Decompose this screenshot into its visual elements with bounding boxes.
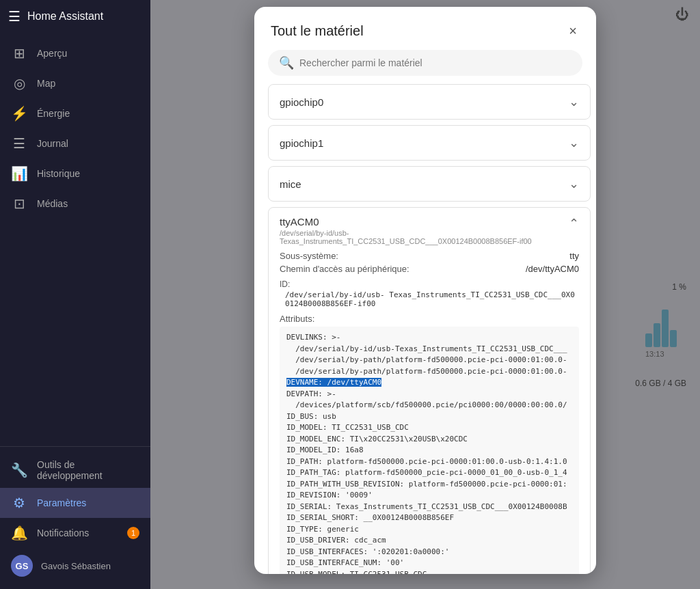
access-path-row: Chemin d'accès au périphérique: /dev/tty… — [280, 264, 579, 274]
chevron-down-icon: ⌄ — [569, 176, 579, 191]
map-icon: ◎ — [11, 75, 27, 92]
chevron-down-icon: ⌄ — [569, 94, 579, 109]
sidebar-item-historique[interactable]: 📊 Historique — [0, 159, 150, 189]
dialog: Tout le matériel × 🔍 gpiochip0 ⌄ — [254, 7, 596, 574]
dialog-overlay[interactable]: Tout le matériel × 🔍 gpiochip0 ⌄ — [150, 0, 700, 589]
device-path: /dev/serial/by-id/usb-Texas_Instruments_… — [280, 229, 569, 245]
accordion-header-gpiochip0[interactable]: gpiochip0 ⌄ — [269, 85, 590, 119]
medias-icon: ⊡ — [11, 195, 27, 212]
sidebar-bottom: 🔧 Outils de développement ⚙ Paramètres 🔔… — [0, 446, 150, 589]
chevron-down-icon: ⌄ — [569, 135, 579, 150]
accordion-header-mice[interactable]: mice ⌄ — [269, 167, 590, 201]
sidebar-item-energie[interactable]: ⚡ Énergie — [0, 98, 150, 128]
bell-icon: 🔔 — [11, 525, 27, 541]
historique-icon: 📊 — [11, 165, 27, 182]
search-input[interactable] — [299, 57, 571, 68]
accordion-header-gpiochip1[interactable]: gpiochip1 ⌄ — [269, 126, 590, 160]
accordion-item-mice: mice ⌄ — [268, 166, 591, 202]
tools-icon: 🔧 — [11, 462, 27, 478]
accordion-item-gpiochip0: gpiochip0 ⌄ — [268, 84, 591, 120]
apercu-icon: ⊞ — [11, 45, 27, 61]
device-info: ttyACM0 /dev/serial/by-id/usb-Texas_Inst… — [280, 216, 569, 245]
sidebar-item-journal[interactable]: ☰ Journal — [0, 128, 150, 159]
sidebar-item-parametres[interactable]: ⚙ Paramètres — [0, 488, 150, 518]
dialog-close-button[interactable]: × — [566, 20, 580, 42]
device-id-section: ID: /dev/serial/by-id/usb- Texas_Instrum… — [280, 279, 579, 308]
search-icon: 🔍 — [279, 55, 294, 70]
avatar: GS — [11, 555, 33, 577]
energie-icon: ⚡ — [11, 105, 27, 122]
attributes-label: Attributs: — [280, 314, 579, 324]
highlighted-devname: DEVNAME: /dev/ttyACM0 — [286, 378, 381, 387]
device-name: ttyACM0 — [280, 216, 569, 228]
user-section[interactable]: GS Gavois Sébastien — [0, 548, 150, 584]
sidebar-item-medias[interactable]: ⊡ Médias — [0, 189, 150, 219]
sidebar-item-apercu[interactable]: ⊞ Aperçu — [0, 38, 150, 68]
device-ttyacm0: ttyACM0 /dev/serial/by-id/usb-Texas_Inst… — [268, 207, 591, 574]
accordion-item-gpiochip1: gpiochip1 ⌄ — [268, 125, 591, 161]
settings-icon: ⚙ — [11, 495, 27, 511]
dialog-body[interactable]: gpiochip0 ⌄ gpiochip1 ⌄ mice ⌄ — [254, 84, 596, 574]
journal-icon: ☰ — [11, 135, 27, 152]
device-details: Sous-système: tty Chemin d'accès au péri… — [269, 251, 590, 574]
menu-icon[interactable]: ☰ — [8, 8, 21, 25]
dialog-header: Tout le matériel × — [254, 7, 596, 50]
sidebar-nav: ⊞ Aperçu ◎ Map ⚡ Énergie ☰ Journal 📊 His… — [0, 33, 150, 446]
device-header-ttyacm0[interactable]: ttyACM0 /dev/serial/by-id/usb-Texas_Inst… — [269, 208, 590, 251]
sidebar: ☰ Home Assistant ⊞ Aperçu ◎ Map ⚡ Énergi… — [0, 0, 150, 589]
user-name: Gavois Sébastien — [41, 561, 111, 571]
notification-badge: 1 — [127, 527, 139, 539]
app-title: Home Assistant — [27, 10, 103, 23]
sidebar-item-notifications[interactable]: 🔔 Notifications 1 — [0, 518, 150, 548]
dialog-title: Tout le matériel — [271, 23, 364, 39]
sidebar-item-map[interactable]: ◎ Map — [0, 68, 150, 98]
chevron-up-icon: ⌃ — [569, 216, 579, 231]
device-id-value: /dev/serial/by-id/usb- Texas_Instruments… — [280, 290, 579, 308]
attributes-code-block[interactable]: DEVLINKS: >- /dev/serial/by-id/usb-Texas… — [280, 327, 579, 574]
main-content: ← 1 % 13:13 0.6 GB / 4 GB ⏻ — [150, 0, 700, 589]
sidebar-item-outils[interactable]: 🔧 Outils de développement — [0, 452, 150, 488]
sidebar-header: ☰ Home Assistant — [0, 0, 150, 33]
search-bar: 🔍 — [268, 50, 582, 76]
subsystem-row: Sous-système: tty — [280, 251, 579, 261]
